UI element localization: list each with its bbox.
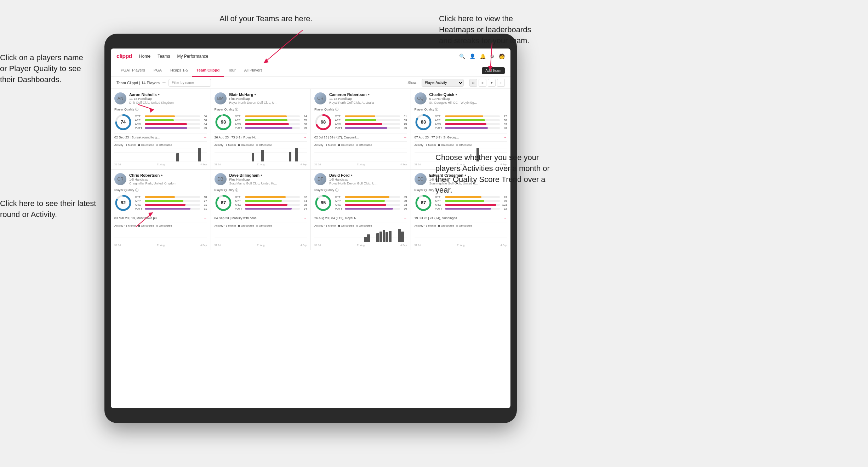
last-round-text: 26 Aug 23 | 73 (+1), Royal North Devon G…	[215, 136, 261, 139]
filter-btn[interactable]: ▼	[488, 79, 496, 87]
quality-section[interactable]: 74 OTT 60 APP 58 ARG	[114, 113, 207, 131]
stat-name: ARG	[335, 123, 343, 126]
player-name[interactable]: Cameron Robertson ●	[329, 92, 407, 97]
nav-home[interactable]: Home	[139, 54, 150, 59]
last-round-arrow[interactable]: →	[204, 216, 207, 220]
chart-bar	[376, 233, 379, 242]
player-name[interactable]: Blair McHarg ●	[229, 92, 307, 97]
player-name[interactable]: Chris Robertson ●	[129, 173, 207, 177]
quality-section[interactable]: 83 OTT 77 APP 80 ARG	[415, 113, 507, 131]
stat-row: APP 80	[435, 119, 507, 122]
svg-text:68: 68	[321, 119, 326, 125]
last-round-arrow[interactable]: →	[404, 135, 407, 139]
nav-my-performance[interactable]: My Performance	[177, 54, 208, 59]
quality-label: Player Quality ⓘ	[314, 188, 407, 193]
quality-circle[interactable]: 74	[114, 113, 132, 131]
quality-svg: 85	[314, 194, 332, 212]
quality-circle[interactable]: 82	[114, 194, 132, 212]
tab-pgat[interactable]: PGAT Players	[116, 64, 149, 77]
settings-icon[interactable]: ⚙	[490, 53, 495, 59]
quality-circle[interactable]: 93	[215, 113, 232, 131]
quality-section[interactable]: 87 OTT 73 APP 79 ARG	[415, 194, 507, 212]
tab-hcaps[interactable]: Hcaps 1-5	[166, 64, 192, 77]
player-name[interactable]: David Ford ●	[329, 173, 407, 177]
player-name[interactable]: Dave Billingham ●	[229, 173, 307, 177]
last-round[interactable]: 02 Sep 23 | Sunset round to get back int…	[114, 133, 207, 139]
last-round[interactable]: 26 Aug 23 | 73 (+1), Royal North Devon G…	[215, 133, 307, 139]
quality-circle[interactable]: 83	[415, 113, 432, 131]
off-course-dot: Off course	[456, 143, 472, 147]
tab-team-clippd[interactable]: Team Clippd	[192, 64, 224, 77]
last-round[interactable]: 03 Mar 23 | 19, Must make putting →	[114, 214, 207, 220]
quality-stats: OTT 77 APP 80 ARG 83	[435, 115, 507, 130]
chart-bar	[198, 148, 201, 161]
stat-row: APP 63	[335, 119, 407, 122]
stat-bar	[245, 204, 287, 206]
stat-name: PUTT	[235, 207, 244, 210]
player-avatar: BM	[215, 92, 227, 104]
stat-row: OTT 82	[235, 195, 307, 199]
quality-circle[interactable]: 87	[415, 194, 432, 212]
quality-section[interactable]: 85 OTT 89 APP 80 ARG	[314, 194, 407, 212]
edit-icon[interactable]: ✏	[162, 80, 166, 85]
filter-input[interactable]	[169, 79, 211, 87]
stat-row: PUTT 85	[135, 126, 207, 130]
quality-section[interactable]: 93 OTT 84 APP 85 ARG	[215, 113, 307, 131]
last-round-arrow[interactable]: →	[503, 135, 507, 139]
stat-bar-container	[345, 204, 400, 206]
last-round-arrow[interactable]: →	[303, 216, 307, 220]
quality-circle[interactable]: 68	[314, 113, 332, 131]
stat-row: PUTT 85	[335, 126, 407, 130]
last-round[interactable]: 07 Aug 23 | 77 (+7), St George's Hill GC…	[415, 133, 507, 139]
stat-row: OTT 77	[435, 115, 507, 118]
last-round-arrow[interactable]: →	[204, 135, 207, 139]
player-name[interactable]: Charlie Quick ●	[429, 92, 507, 97]
sort-btn[interactable]: ↕	[497, 79, 505, 87]
activity-section: Activity · 1 Month On course Off course	[415, 222, 507, 246]
nav-teams[interactable]: Teams	[158, 54, 170, 59]
search-icon[interactable]: 🔍	[459, 53, 465, 59]
chart-labels: 31 Jul 21 Aug 4 Sep	[114, 244, 207, 246]
last-round[interactable]: 04 Sep 23 | Mobility with coach, Gym →	[215, 214, 307, 220]
chart-label-end: 4 Sep	[501, 244, 507, 246]
last-round-arrow[interactable]: →	[303, 135, 307, 139]
last-round[interactable]: 19 Jul 23 | 74 (+4), Sunningdale GC - Ol…	[415, 214, 507, 220]
chart-bars	[415, 227, 507, 242]
list-view-btn[interactable]: ≡	[479, 79, 486, 87]
stat-row: PUTT 86	[435, 126, 507, 130]
quality-circle[interactable]: 85	[314, 194, 332, 212]
activity-header: Activity · 1 Month On course Off course	[114, 224, 207, 227]
nav-logo[interactable]: clippd	[116, 53, 132, 59]
user-icon[interactable]: 👤	[469, 53, 475, 59]
last-round[interactable]: 02 Jul 23 | 59 (+17), Craigmillar Park G…	[314, 133, 407, 139]
last-round-arrow[interactable]: →	[404, 216, 407, 220]
bell-icon[interactable]: 🔔	[480, 53, 486, 59]
chart-label-start: 31 Jul	[415, 244, 421, 246]
tab-tour[interactable]: Tour	[224, 64, 240, 77]
tab-all-players[interactable]: All Players	[240, 64, 267, 77]
player-info: Cameron Robertson ● 11-15 Handicap Royal…	[329, 92, 407, 104]
quality-svg: 83	[415, 113, 432, 131]
quality-circle[interactable]: 87	[215, 194, 232, 212]
last-round[interactable]: 26 Aug 23 | 84 (+12), Royal North Devon …	[314, 214, 407, 220]
verified-icon: ●	[261, 173, 262, 177]
avatar-icon[interactable]: 🧑	[499, 53, 505, 59]
player-name[interactable]: Aaron Nicholls ●	[129, 92, 207, 97]
grid-view-btn[interactable]: ⊞	[469, 79, 477, 87]
add-team-button[interactable]: Add Team	[482, 67, 505, 74]
quality-section[interactable]: 68 OTT 61 APP 63 ARG	[314, 113, 407, 131]
show-select[interactable]: Player Activity Quality Score Trend	[422, 79, 464, 87]
stat-name: PUTT	[335, 207, 343, 210]
quality-section[interactable]: 82 OTT 60 APP 77 ARG	[114, 194, 207, 212]
off-course-label: Off course	[459, 224, 472, 227]
off-course-dot-color	[256, 144, 258, 146]
player-avatar: DB	[215, 173, 227, 185]
last-round-arrow[interactable]: →	[503, 216, 507, 220]
tab-pga[interactable]: PGA	[149, 64, 166, 77]
stat-row: APP 79	[435, 199, 507, 203]
quality-section[interactable]: 87 OTT 82 APP 74 ARG	[215, 194, 307, 212]
stat-name: ARG	[335, 203, 343, 206]
stat-bar-container	[245, 204, 300, 206]
stat-name: APP	[335, 199, 343, 203]
player-info: Dave Billingham ● Plus Handicap Soig Mai…	[229, 173, 307, 185]
